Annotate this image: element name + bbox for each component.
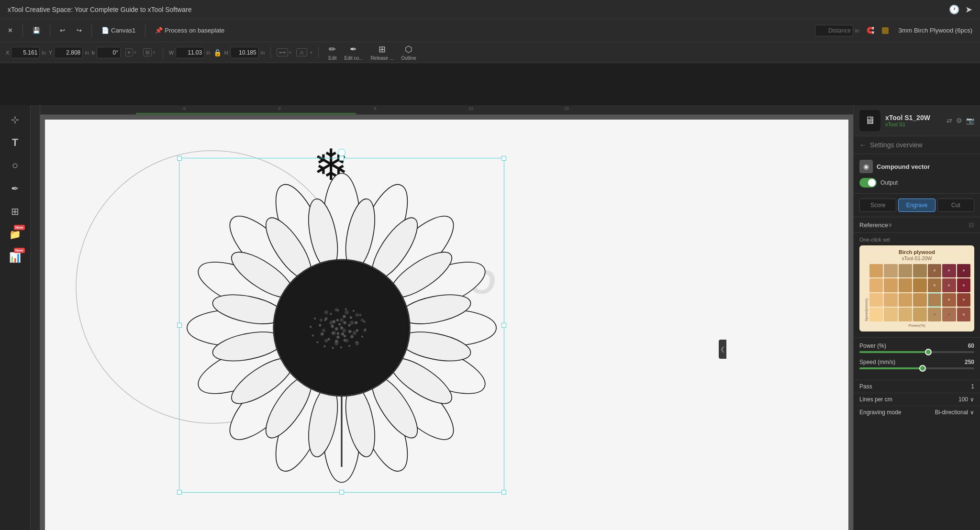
- svg-point-58: [335, 340, 338, 342]
- grid-cell[interactable]: ✕: [957, 264, 970, 277]
- collapse-panel-button[interactable]: ❮: [719, 340, 726, 359]
- close-button[interactable]: ✕: [4, 25, 17, 36]
- material-title: Birch plywood: [863, 249, 970, 255]
- distance-input[interactable]: [815, 25, 853, 36]
- tab-engrave[interactable]: Engrave: [898, 199, 935, 212]
- flip-h-button[interactable]: ⟺: [277, 48, 288, 56]
- rotation-input[interactable]: [97, 47, 121, 58]
- grid-cell[interactable]: ✕: [957, 278, 970, 292]
- share-icon[interactable]: ➤: [965, 4, 972, 15]
- svg-point-84: [348, 345, 350, 347]
- grid-cell[interactable]: [869, 308, 883, 321]
- grid-cell[interactable]: [869, 278, 883, 292]
- back-icon[interactable]: ←: [859, 141, 866, 149]
- grid-cell[interactable]: ✕: [942, 293, 956, 307]
- undo-button[interactable]: ↩: [56, 25, 69, 36]
- grid-cell[interactable]: ✕: [942, 278, 956, 292]
- process-button[interactable]: 📌 Process on baseplate: [151, 25, 228, 36]
- shape-icon: ○: [12, 159, 18, 172]
- grid-cell[interactable]: ✕: [957, 293, 970, 307]
- mode-tabs: Score Engrave Cut: [854, 194, 980, 217]
- warn-button[interactable]: ⚠: [296, 48, 307, 56]
- sidebar-item-assets[interactable]: New 📁: [5, 224, 26, 245]
- sunflower-selection[interactable]: [179, 158, 504, 493]
- align-left-button[interactable]: ≡: [125, 48, 133, 56]
- svg-point-85: [356, 341, 357, 343]
- grid-cell[interactable]: ✕: [928, 278, 941, 292]
- svg-point-90: [353, 310, 355, 312]
- lines-per-cm-value: 100: [958, 396, 968, 403]
- speed-axis-label: Speed(mm/s): [863, 264, 869, 321]
- canvas-tab[interactable]: 📄 Canvas1: [98, 25, 139, 36]
- cell-x-mark: ✕: [957, 308, 970, 321]
- x-input[interactable]: [11, 47, 40, 58]
- release-tool-group[interactable]: ⊞ Release ...: [370, 44, 393, 61]
- power-slider-thumb[interactable]: [925, 349, 932, 355]
- sidebar-item-shape[interactable]: ○: [5, 155, 26, 176]
- grid-cell[interactable]: [884, 293, 897, 307]
- height-input[interactable]: [230, 47, 259, 58]
- sidebar-item-analytics[interactable]: New 📊: [5, 247, 26, 268]
- reference-row[interactable]: Reference ∨ ⊟: [854, 217, 980, 233]
- reference-edit-icon[interactable]: ⊟: [969, 221, 974, 229]
- chevron-left-icon: ❮: [720, 346, 725, 353]
- sync-icon[interactable]: ⇄: [947, 117, 952, 124]
- tab-score[interactable]: Score: [859, 199, 896, 212]
- grid-cell[interactable]: ✕: [928, 308, 941, 321]
- grid-cell[interactable]: [884, 308, 897, 321]
- grid-cell[interactable]: [913, 293, 926, 307]
- svg-point-61: [356, 329, 358, 331]
- width-input[interactable]: [176, 47, 204, 58]
- align-vert-button[interactable]: ⊟: [143, 48, 152, 56]
- svg-point-55: [319, 324, 321, 326]
- one-click-label: One-click set: [859, 237, 974, 243]
- window-title: xTool Creative Space: Your Complete Guid…: [8, 6, 949, 13]
- grid-cell[interactable]: [913, 308, 926, 321]
- grid-cell[interactable]: [913, 264, 926, 277]
- power-slider-track[interactable]: [859, 351, 974, 353]
- grid-cell[interactable]: ✕: [957, 308, 970, 321]
- y-input[interactable]: [54, 47, 83, 58]
- grid-cell[interactable]: [884, 264, 897, 277]
- grid-cell[interactable]: ✕: [942, 308, 956, 321]
- speed-slider-track[interactable]: [859, 367, 974, 369]
- grid-cell[interactable]: [884, 278, 897, 292]
- grid-cell[interactable]: [899, 264, 912, 277]
- sidebar-item-layers[interactable]: ⊞: [5, 201, 26, 222]
- sidebar-item-pen[interactable]: ✒: [5, 178, 26, 199]
- engraving-mode-value-group[interactable]: Bi-directional ∨: [935, 409, 974, 416]
- svg-point-60: [350, 335, 353, 338]
- settings-icon[interactable]: ⚙: [956, 117, 962, 124]
- settings-overview-label: Settings overview: [870, 141, 923, 149]
- grid-cell[interactable]: [899, 308, 912, 321]
- grid-cell[interactable]: [899, 293, 912, 307]
- speed-value: 250: [965, 359, 974, 365]
- w-label: W: [169, 50, 174, 55]
- lines-per-cm-chevron-icon: ∨: [970, 396, 974, 403]
- magnet-button[interactable]: 🧲: [863, 25, 878, 36]
- grid-cell[interactable]: [869, 293, 883, 307]
- engraving-mode-row[interactable]: Engraving mode Bi-directional ∨: [854, 406, 980, 419]
- canvas-area[interactable]: -5 0 5 10 15 ❄ HELLO: [31, 105, 853, 530]
- lines-per-cm-value-group[interactable]: 100 ∨: [958, 396, 974, 403]
- grid-cell[interactable]: [913, 278, 926, 292]
- output-toggle[interactable]: [859, 178, 877, 188]
- grid-cell[interactable]: ✕: [928, 264, 941, 277]
- redo-button[interactable]: ↪: [73, 25, 86, 36]
- sidebar-item-select[interactable]: ⊹: [5, 109, 26, 130]
- grid-cell[interactable]: [869, 264, 883, 277]
- sidebar-item-text[interactable]: T: [5, 132, 26, 153]
- save-button[interactable]: 💾: [29, 25, 44, 36]
- grid-cell[interactable]: ✕: [942, 264, 956, 277]
- grid-cell-selected[interactable]: [928, 293, 941, 307]
- canvas-content: ❄ HELLO: [40, 115, 853, 530]
- material-button[interactable]: 3mm Birch Plywood (6pcs): [894, 25, 976, 36]
- lock-icon[interactable]: 🔒: [213, 49, 222, 56]
- camera-icon[interactable]: 📷: [966, 117, 974, 124]
- tab-cut[interactable]: Cut: [937, 199, 974, 212]
- svg-point-62: [355, 321, 357, 324]
- grid-cell[interactable]: [899, 278, 912, 292]
- lines-per-cm-row[interactable]: Lines per cm 100 ∨: [854, 393, 980, 406]
- power-slider-header: Power (%) 60: [859, 342, 974, 349]
- speed-slider-thumb[interactable]: [919, 365, 926, 372]
